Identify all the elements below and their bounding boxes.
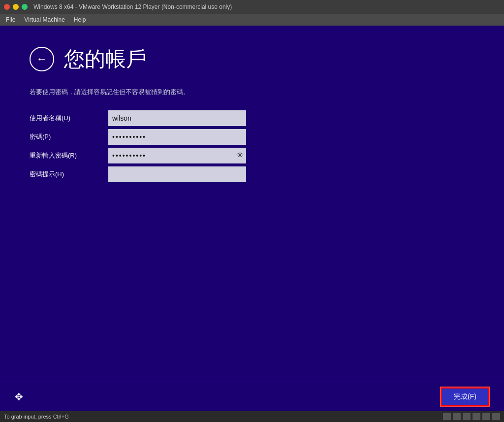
username-input-wrap — [108, 110, 246, 126]
bottom-icon: ✥ — [15, 391, 23, 403]
password-input-wrap — [108, 129, 246, 145]
statusbar-text: To grab input, press Ctrl+G — [4, 414, 69, 420]
confirm-input-wrap: 👁 — [108, 148, 246, 163]
reveal-password-button[interactable]: 👁 — [236, 151, 244, 160]
confirm-input[interactable] — [108, 148, 246, 163]
maximize-button[interactable] — [22, 4, 28, 10]
hint-input-wrap — [108, 166, 246, 182]
username-label: 使用者名稱(U) — [30, 114, 108, 123]
status-icon-5 — [482, 413, 490, 420]
status-icon-4 — [472, 413, 480, 420]
confirm-row: 重新輸入密碼(R) 👁 — [30, 148, 474, 163]
back-button[interactable]: ← — [30, 47, 54, 71]
bottom-bar: ✥ 完成(F) — [0, 382, 504, 411]
confirm-label: 重新輸入密碼(R) — [30, 151, 108, 160]
description-text: 若要使用密碼，請選擇容易記住但不容易被猜到的密碼。 — [30, 88, 474, 97]
content-area: ← 您的帳戶 若要使用密碼，請選擇容易記住但不容易被猜到的密碼。 使用者名稱(U… — [0, 26, 504, 382]
status-icon-1 — [443, 413, 451, 420]
status-icon-6 — [492, 413, 500, 420]
status-icon-2 — [453, 413, 461, 420]
username-input[interactable] — [108, 110, 246, 126]
password-input[interactable] — [108, 129, 246, 145]
password-row: 密碼(P) — [30, 129, 474, 145]
menu-help[interactable]: Help — [70, 15, 90, 24]
header-row: ← 您的帳戶 — [30, 45, 474, 73]
hint-row: 密碼提示(H) — [30, 166, 474, 182]
username-row: 使用者名稱(U) — [30, 110, 474, 126]
status-icon-3 — [463, 413, 471, 420]
hint-input[interactable] — [108, 166, 246, 182]
statusbar: To grab input, press Ctrl+G — [0, 411, 504, 422]
form-area: 使用者名稱(U) 密碼(P) 重新輸入密碼(R) 👁 — [30, 110, 474, 185]
page-title: 您的帳戶 — [64, 45, 147, 73]
window-title: Windows 8 x64 - VMware Workstation 12 Pl… — [33, 3, 232, 10]
statusbar-icons — [443, 413, 500, 420]
password-label: 密碼(P) — [30, 132, 108, 141]
menu-virtual-machine[interactable]: Virtual Machine — [20, 15, 69, 24]
minimize-button[interactable] — [13, 4, 19, 10]
titlebar: Windows 8 x64 - VMware Workstation 12 Pl… — [0, 0, 504, 14]
hint-label: 密碼提示(H) — [30, 170, 108, 179]
vm-area: ← 您的帳戶 若要使用密碼，請選擇容易記住但不容易被猜到的密碼。 使用者名稱(U… — [0, 26, 504, 411]
finish-button[interactable]: 完成(F) — [441, 388, 489, 406]
close-button[interactable] — [4, 4, 10, 10]
menubar: File Virtual Machine Help — [0, 14, 504, 26]
menu-file[interactable]: File — [2, 15, 19, 24]
